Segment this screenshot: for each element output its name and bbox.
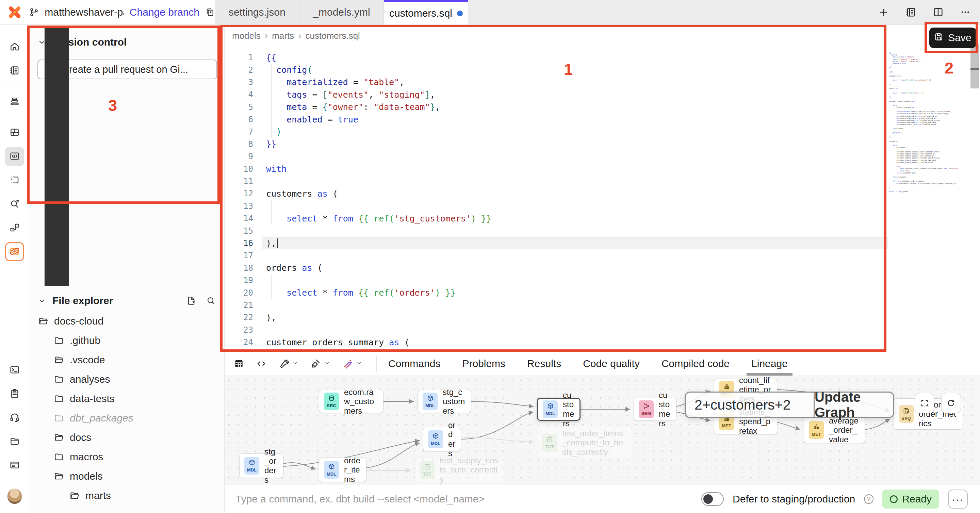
new-file-icon[interactable] [186, 295, 196, 306]
editor-scrollbar[interactable] [970, 44, 979, 89]
lineage-node-customers-model[interactable]: MDLcustomers [537, 398, 581, 421]
node-type-label: SEM [641, 411, 651, 416]
rail-item-code-editor[interactable] [5, 147, 24, 166]
tab-customers-sql[interactable]: customers.sql [384, 0, 468, 24]
code-line-16: 16), [224, 237, 888, 249]
more-options-icon[interactable] [959, 6, 971, 18]
copy-branch-icon[interactable] [205, 7, 215, 17]
line-number: 21 [224, 300, 262, 310]
file-tree-item-models[interactable]: models [29, 466, 224, 486]
help-icon[interactable]: ? [864, 494, 873, 504]
lineage-node-test-order-items[interactable]: TSTtest_order_items_compute_to_bools_cor… [537, 427, 632, 458]
file-tree-item-marts[interactable]: marts [29, 486, 224, 505]
rail-item-frame[interactable] [5, 171, 24, 190]
file-tree-item-docs-cloud[interactable]: docs-cloud [29, 311, 224, 331]
copilot-icon [8, 245, 21, 259]
create-pull-request-button[interactable]: Create a pull request on Gi... [37, 60, 217, 79]
line-number: 4 [224, 90, 262, 99]
broom-icon[interactable] [310, 358, 331, 369]
user-avatar[interactable] [5, 487, 24, 506]
lineage-node-stg-customers[interactable]: MDLstg_customers [417, 390, 471, 413]
lineage-node-customers-semantic[interactable]: SEMcustomers [633, 398, 676, 421]
bottom-tab-problems[interactable]: Problems [462, 351, 505, 376]
dbt-cloud-ide: matthewshaver-patc Change branch setting… [0, 0, 980, 513]
pr-dropdown-chevron-icon[interactable] [44, 60, 69, 79]
breadcrumb-item[interactable]: models [232, 31, 261, 41]
file-explorer-title: File explorer [52, 295, 113, 307]
save-button[interactable]: Save [929, 27, 976, 48]
rail-item-grid[interactable] [5, 123, 24, 142]
file-tree-item-analyses[interactable]: analyses [29, 369, 224, 389]
magic-pen-icon[interactable] [342, 358, 363, 369]
update-graph-button[interactable]: Update Graph [814, 392, 893, 417]
rail-item-card[interactable] [5, 456, 24, 475]
line-number: 6 [224, 114, 262, 124]
chevron-down-icon[interactable] [324, 360, 331, 367]
node-type-label: MDL [327, 472, 336, 476]
refresh-icon[interactable] [941, 393, 961, 413]
wrench-icon[interactable] [278, 358, 299, 369]
rail-item-home[interactable] [5, 37, 24, 56]
notebook-panel-button[interactable] [905, 6, 917, 18]
bottom-tab-code-quality[interactable]: Code quality [583, 351, 640, 376]
bottom-tab-lineage[interactable]: Lineage [751, 351, 788, 376]
rail-item-folder[interactable] [5, 432, 24, 451]
layers-icon [9, 96, 20, 108]
rail-item-search-sparkle[interactable] [5, 195, 24, 214]
rail-item-clipboard[interactable] [5, 384, 24, 403]
file-tree-item--github[interactable]: .github [29, 331, 224, 350]
lineage-node-average-order-value[interactable]: METaverage_order_value [804, 417, 865, 443]
status-badge[interactable]: Ready [882, 489, 939, 508]
tab--models-yml[interactable]: _models.yml [299, 0, 384, 24]
card-icon [9, 460, 20, 472]
chevron-down-icon[interactable] [356, 360, 363, 367]
chevron-down-icon[interactable] [292, 360, 299, 367]
code-icon[interactable] [256, 358, 267, 369]
bottom-tab-commands[interactable]: Commands [388, 351, 440, 376]
lineage-node-stg-orders[interactable]: MDLstg_orders [239, 453, 283, 478]
node-type-label: MET [722, 423, 731, 428]
rail-item-terminal[interactable] [5, 361, 24, 380]
defer-toggle[interactable] [701, 492, 724, 506]
lineage-node-order-items[interactable]: MDLorder_items [319, 457, 366, 482]
test-icon [546, 436, 553, 444]
rail-item-layers[interactable] [5, 92, 24, 111]
file-tree-item-dbt-packages[interactable]: dbt_packages [29, 408, 224, 427]
fullscreen-icon[interactable] [915, 393, 934, 413]
table-icon[interactable] [234, 358, 244, 369]
code-editor[interactable]: models›marts›customers.sql 1{{2 config(3… [224, 25, 980, 351]
search-files-icon[interactable] [206, 295, 216, 306]
folder-icon [54, 335, 64, 346]
rail-item-flow[interactable] [5, 218, 24, 237]
rail-item-notebook[interactable] [5, 61, 24, 80]
lineage-node-raw-customers[interactable]: SRCecom.raw_customers [319, 390, 383, 413]
bottom-tab-results[interactable]: Results [527, 351, 561, 376]
breadcrumb-item[interactable]: marts [272, 31, 294, 41]
file-tree: docs-cloud.github.vscodeanalysesdata-tes… [29, 311, 224, 505]
lineage-canvas[interactable]: SRCecom.raw_customersMDLstg_customersMDL… [224, 376, 980, 485]
file-tree-item-macros[interactable]: macros [29, 447, 224, 466]
tab-settings-json[interactable]: settings.json [215, 0, 299, 24]
file-tree-item-docs[interactable]: docs [29, 427, 224, 447]
rail-item-copilot[interactable] [5, 242, 24, 261]
collapse-file-explorer-icon[interactable] [37, 296, 46, 305]
new-tab-button[interactable] [878, 6, 889, 18]
file-tree-item-data-tests[interactable]: data-tests [29, 389, 224, 408]
lineage-node-test-supply[interactable]: TSTtest_supply_costs_sum_correctly [414, 457, 504, 482]
lineage-node-orders-model[interactable]: MDLorders [423, 427, 461, 451]
command-input[interactable] [235, 493, 692, 505]
minimap[interactable]: {{ config( materialized = "table", tags … [889, 52, 970, 202]
lineage-selector-input[interactable]: 2+customers+2 [686, 392, 814, 417]
tab-label: _models.yml [313, 6, 370, 18]
rail-item-headset[interactable] [5, 408, 24, 427]
semantic-fork-icon [643, 402, 650, 411]
split-editor-button[interactable] [932, 6, 944, 18]
file-tree-item--vscode[interactable]: .vscode [29, 350, 224, 369]
breadcrumb-item[interactable]: customers.sql [305, 31, 360, 41]
more-actions-button[interactable]: ... [948, 489, 968, 508]
bottom-tab-compiled-code[interactable]: Compiled code [662, 351, 730, 376]
file-tree-label: marts [86, 490, 111, 502]
file-tree-label: dbt_packages [70, 412, 134, 424]
dbt-logo-icon[interactable] [0, 5, 29, 20]
change-branch-link[interactable]: Change branch [130, 6, 199, 18]
